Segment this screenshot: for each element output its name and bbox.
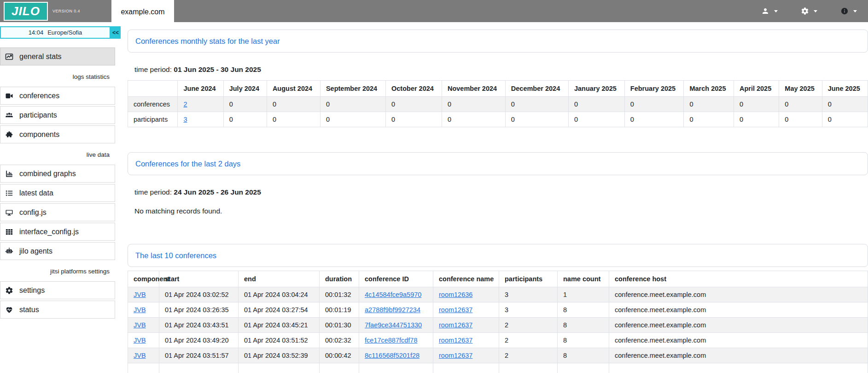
puzzle-icon [5, 130, 13, 139]
user-menu[interactable] [761, 7, 778, 15]
table-cell: participants [128, 112, 178, 127]
table-cell: room12637 [433, 333, 499, 348]
table-cell: conference.meet.example.com [609, 302, 868, 318]
card-header-monthly-stats: Conferences monthly stats for the last y… [128, 30, 868, 53]
no-records-message: No matching records found. [128, 207, 868, 215]
sidebar-item-status[interactable]: status [0, 301, 115, 319]
table-row: JVB01 Apr 2024 03:02:5201 Apr 2024 03:04… [128, 287, 868, 302]
table-cell: JVB [128, 348, 159, 363]
cell-link[interactable]: 8c116568f5201f28 [365, 352, 419, 359]
caret-down-icon [774, 10, 778, 12]
sidebar-item-config-js[interactable]: config.js [0, 203, 115, 221]
table-cell: 01 Apr 2024 03:27:54 [239, 302, 320, 318]
sidebar-item-general-stats[interactable]: general stats [0, 47, 115, 65]
cell-link[interactable]: 4c14584fce9a5970 [365, 291, 421, 298]
cell-link[interactable]: 3 [183, 116, 187, 123]
table-header-row: componentstartenddurationconference IDco… [128, 271, 868, 287]
sidebar-item-label: participants [19, 111, 57, 119]
app-logo[interactable]: JILO [4, 2, 48, 21]
cell-link[interactable]: JVB [134, 321, 146, 329]
cell-link[interactable]: a2788f9bf9927234 [365, 306, 420, 314]
sidebar-item-latest-data[interactable]: latest data [0, 184, 115, 202]
user-icon [761, 7, 769, 15]
column-header: name count [558, 271, 609, 287]
column-header: October 2024 [386, 81, 442, 97]
time-period-recent: time period: 24 Jun 2025 - 26 Jun 2025 [128, 188, 868, 196]
sidebar-item-label: status [19, 306, 39, 314]
caret-down-icon [814, 10, 817, 12]
table-cell: 2 [178, 97, 223, 112]
sidebar-item-label: jilo agents [19, 247, 52, 255]
column-header: start [159, 271, 239, 287]
card-title-last-10[interactable]: The last 10 conferences [135, 251, 216, 260]
cell-link[interactable]: room12637 [439, 352, 472, 359]
column-header: participants [499, 271, 558, 287]
card-title-last-2-days[interactable]: Conferences for the last 2 days [135, 160, 240, 168]
table-cell: 8 [558, 302, 609, 318]
table-cell: 2 [499, 348, 558, 363]
table-cell: conference.meet.example.com [609, 287, 868, 302]
logo-text: JILO [12, 4, 40, 18]
caret-down-icon [853, 10, 857, 12]
table-cell: 01 Apr 2024 03:51:52 [239, 333, 320, 348]
table-row: conferences2000000000000 [128, 97, 868, 112]
settings-menu[interactable] [801, 7, 817, 15]
table-cell: 0 [442, 97, 505, 112]
table-cell: 00:01:19 [320, 302, 359, 318]
sidebar-item-interface-config-js[interactable]: interface_config.js [0, 223, 115, 241]
sidebar-item-conferences[interactable]: conferences [0, 87, 115, 105]
cell-link[interactable]: JVB [134, 352, 146, 359]
users-icon [5, 111, 13, 119]
grid-icon [5, 228, 13, 236]
table-cell [499, 363, 558, 373]
cell-link[interactable]: fce17ce887fcdf78 [365, 337, 417, 344]
table-cell: 3 [499, 287, 558, 302]
table-cell: 0 [624, 97, 684, 112]
time-period-monthly: time period: 01 Jun 2025 - 30 Jun 2025 [128, 65, 868, 74]
table-cell: 0 [320, 112, 385, 127]
card-title-monthly-stats[interactable]: Conferences monthly stats for the last y… [135, 37, 280, 46]
sidebar-item-components[interactable]: components [0, 125, 115, 143]
topbar-menus [761, 7, 868, 15]
table-cell [320, 363, 359, 373]
sidebar-item-settings[interactable]: settings [0, 281, 115, 299]
platform-tab[interactable]: example.com [111, 0, 174, 24]
gear-icon [801, 7, 809, 15]
sidebar-item-jilo-agents[interactable]: jilo agents [0, 242, 115, 260]
cell-link[interactable]: room12636 [439, 291, 472, 298]
cell-link[interactable]: room12637 [439, 321, 472, 329]
table-row: JVB01 Apr 2024 03:26:3501 Apr 2024 03:27… [128, 302, 868, 318]
cell-link[interactable]: JVB [134, 306, 146, 314]
table-cell: 3 [178, 112, 223, 127]
clock-display: 14:04 Europe/Sofia [0, 26, 111, 39]
table-cell: 0 [684, 97, 734, 112]
cell-link[interactable]: 7fae9ce344751330 [365, 321, 422, 329]
column-header: April 2025 [734, 81, 779, 97]
cell-link[interactable]: room12637 [439, 306, 472, 314]
table-cell: 4c14584fce9a5970 [359, 287, 433, 302]
table-row-partial [128, 363, 868, 373]
column-header [128, 81, 178, 97]
table-cell: room12637 [433, 318, 499, 333]
sidebar-item-participants[interactable]: participants [0, 106, 115, 124]
sidebar-item-combined-graphs[interactable]: combined graphs [0, 165, 115, 183]
table-cell [609, 363, 868, 373]
cell-link[interactable]: 2 [183, 101, 187, 108]
table-cell: 0 [568, 97, 624, 112]
table-cell: 8c116568f5201f28 [359, 348, 433, 363]
sidebar-item-label: settings [19, 286, 45, 295]
gear-icon [5, 286, 13, 295]
bars-icon [5, 170, 13, 178]
sidebar-menu: general statslogs statisticsconferencesp… [0, 47, 115, 319]
table-row: JVB01 Apr 2024 03:51:5701 Apr 2024 03:52… [128, 348, 868, 363]
table-cell [159, 363, 239, 373]
cell-link[interactable]: room12637 [439, 337, 472, 344]
cell-link[interactable]: JVB [134, 337, 146, 344]
clock-timezone: Europe/Sofia [47, 29, 82, 36]
table-cell: a2788f9bf9927234 [359, 302, 433, 318]
info-menu[interactable] [840, 7, 857, 15]
sidebar-collapse-button[interactable]: << [111, 26, 121, 39]
cell-link[interactable]: JVB [134, 291, 146, 298]
table-cell: 01 Apr 2024 03:04:24 [239, 287, 320, 302]
table-cell: 01 Apr 2024 03:52:39 [239, 348, 320, 363]
